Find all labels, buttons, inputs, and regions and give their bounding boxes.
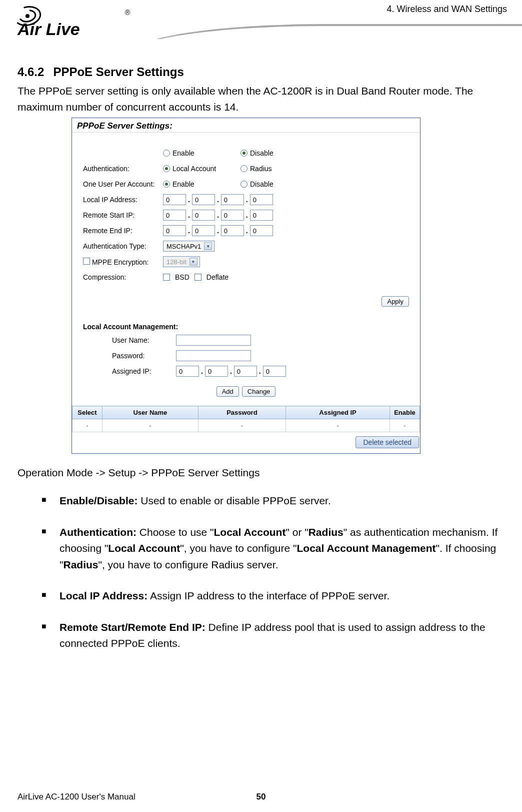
uname-label: User Name:: [112, 336, 176, 344]
svg-text:®: ®: [125, 9, 130, 17]
rstart-label: Remote Start IP:: [83, 211, 163, 219]
screenshot-panel: PPPoE Server Settings: Enable Disable Au…: [72, 118, 420, 454]
aip-label: Assigned IP:: [112, 367, 176, 375]
th-assigned-ip: Assigned IP: [286, 406, 390, 419]
manual-title: AirLive AC-1200 User's Manual: [18, 792, 136, 802]
svg-point-2: [26, 14, 30, 18]
svg-text:Air Live: Air Live: [17, 20, 80, 39]
rend-ip-1[interactable]: 0: [163, 225, 186, 236]
oupa-enable-radio[interactable]: [163, 181, 170, 188]
rend-ip-3[interactable]: 0: [221, 225, 244, 236]
th-select: Select: [72, 406, 102, 419]
section-heading: 4.6.2PPPoE Server Settings: [18, 65, 507, 79]
th-password: Password: [198, 406, 286, 419]
chevron-down-icon: ▾: [204, 242, 212, 250]
auth-radius-radio[interactable]: [240, 165, 248, 172]
password-input[interactable]: [176, 350, 251, 361]
airlive-logo: Air Live ®: [12, 5, 132, 42]
add-button[interactable]: Add: [216, 386, 239, 397]
authtype-select[interactable]: MSCHAPv1▾: [163, 241, 214, 252]
list-item: Remote Start/Remote End IP: Define IP ad…: [42, 619, 507, 652]
rstart-ip-3[interactable]: 0: [221, 210, 244, 221]
deflate-checkbox[interactable]: [194, 274, 202, 281]
auth-label: Authentication:: [83, 165, 163, 173]
lam-title: Local Account Management:: [72, 321, 420, 335]
rend-label: Remote End IP:: [83, 227, 163, 235]
authtype-label: Authentication Type:: [83, 242, 163, 250]
panel-title: PPPoE Server Settings:: [72, 118, 420, 133]
username-input[interactable]: [176, 335, 251, 346]
rend-ip-2[interactable]: 0: [192, 225, 215, 236]
list-item: Local IP Address: Assign IP address to t…: [42, 588, 507, 604]
enable-radio[interactable]: [163, 150, 170, 157]
delete-selected-button[interactable]: Delete selected: [356, 436, 419, 448]
pwd-label: Password:: [112, 352, 176, 360]
mppe-label: MPPE Encryption:: [92, 258, 149, 266]
disable-radio[interactable]: [240, 150, 248, 157]
change-button[interactable]: Change: [242, 386, 276, 397]
section-number: 4.6.2: [18, 65, 44, 79]
rstart-ip-1[interactable]: 0: [163, 210, 186, 221]
section-intro: The PPPoE server setting is only availab…: [18, 83, 507, 115]
chapter-label: 4. Wireless and WAN Settings: [387, 4, 507, 15]
auth-local-radio[interactable]: [163, 165, 170, 172]
th-enable: Enable: [390, 406, 420, 419]
mppe-select[interactable]: 128-bit▾: [163, 256, 200, 267]
local-ip-label: Local IP Address:: [83, 196, 163, 204]
header-swoosh: [130, 24, 522, 39]
oupa-disable-radio[interactable]: [240, 181, 248, 188]
list-item: Authentication: Choose to use "Local Acc…: [42, 524, 507, 573]
comp-label: Compression:: [83, 273, 163, 281]
th-username: User Name: [102, 406, 198, 419]
bsd-checkbox[interactable]: [163, 274, 170, 281]
apply-button[interactable]: Apply: [382, 296, 409, 307]
local-ip-4[interactable]: 0: [250, 194, 273, 205]
page-number: 50: [256, 792, 266, 802]
bullet-list: Enable/Disable: Used to enable or disabl…: [18, 493, 507, 652]
aip-2[interactable]: 0: [205, 366, 228, 377]
oupa-label: One User Per Account:: [83, 180, 163, 188]
list-item: Enable/Disable: Used to enable or disabl…: [42, 493, 507, 509]
chevron-down-icon: ▾: [190, 258, 198, 266]
accounts-table: Select User Name Password Assigned IP En…: [72, 406, 420, 432]
rstart-ip-2[interactable]: 0: [192, 210, 215, 221]
rend-ip-4[interactable]: 0: [250, 225, 273, 236]
breadcrumb: Operation Mode -> Setup -> PPPoE Server …: [18, 467, 507, 479]
table-row: - - - - -: [72, 419, 420, 432]
aip-4[interactable]: 0: [263, 366, 286, 377]
local-ip-3[interactable]: 0: [221, 194, 244, 205]
page-header: Air Live ® 4. Wireless and WAN Settings: [0, 0, 522, 55]
aip-3[interactable]: 0: [234, 366, 257, 377]
aip-1[interactable]: 0: [176, 366, 199, 377]
local-ip-1[interactable]: 0: [163, 194, 186, 205]
main-content: 4.6.2PPPoE Server Settings The PPPoE ser…: [18, 65, 507, 667]
local-ip-2[interactable]: 0: [192, 194, 215, 205]
rstart-ip-4[interactable]: 0: [250, 210, 273, 221]
section-title: PPPoE Server Settings: [53, 65, 184, 79]
page-footer: AirLive AC-1200 User's Manual 50: [18, 792, 504, 802]
mppe-checkbox[interactable]: [83, 258, 90, 265]
